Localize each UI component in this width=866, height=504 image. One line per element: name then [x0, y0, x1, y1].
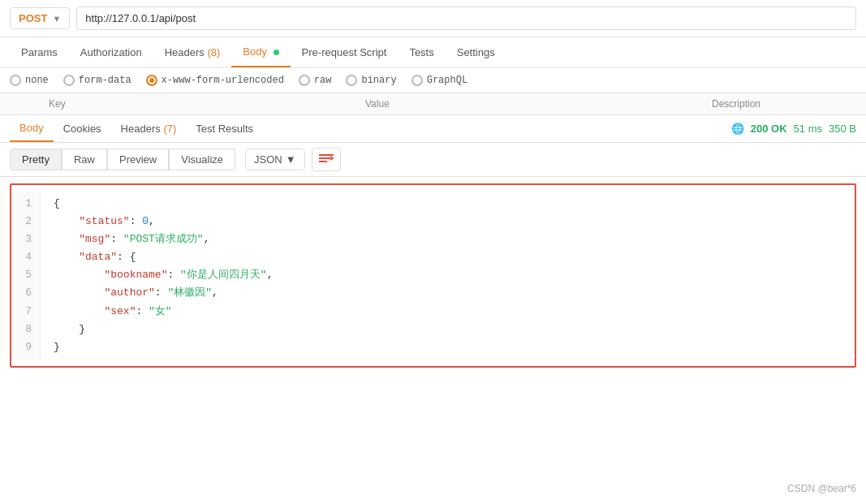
json-line-5: "bookname": "你是人间四月天",	[54, 266, 842, 284]
radio-urlencoded-circle	[146, 75, 157, 86]
json-line-3: "msg": "POST请求成功",	[54, 230, 842, 248]
status-code: 200 OK	[751, 123, 787, 135]
json-viewer: 1 2 3 4 5 6 7 8 9 { "status": 0, "msg": …	[10, 183, 856, 368]
response-tab-test-results[interactable]: Test Results	[186, 116, 263, 141]
json-line-9: }	[54, 338, 842, 356]
request-tabs: Params Authorization Headers (8) Body Pr…	[0, 37, 866, 68]
tab-headers[interactable]: Headers (8)	[153, 38, 232, 67]
tab-params[interactable]: Params	[10, 38, 69, 67]
response-tab-headers[interactable]: Headers (7)	[111, 116, 187, 141]
response-tab-cookies[interactable]: Cookies	[54, 116, 111, 141]
json-line-6: "author": "林徽因",	[54, 284, 842, 302]
url-input[interactable]	[76, 6, 856, 30]
response-tab-body[interactable]: Body	[10, 115, 54, 142]
format-toolbar: Pretty Raw Preview Visualize JSON ▼	[0, 143, 866, 177]
kv-header: Key Value Description	[0, 93, 866, 115]
radio-raw-circle	[299, 75, 310, 86]
json-select-label: JSON	[254, 153, 282, 166]
json-content: { "status": 0, "msg": "POST请求成功", "data"…	[41, 192, 855, 360]
radio-raw[interactable]: raw	[299, 75, 332, 86]
tab-settings[interactable]: Settings	[446, 38, 506, 67]
radio-graphql-circle	[411, 75, 423, 86]
radio-form-data[interactable]: form-data	[63, 75, 131, 86]
format-pretty-btn[interactable]: Pretty	[10, 149, 62, 170]
col-key-label: Key	[0, 98, 357, 110]
globe-icon: 🌐	[731, 123, 744, 135]
format-raw-btn[interactable]: Raw	[62, 149, 107, 170]
radio-none[interactable]: none	[10, 75, 49, 86]
response-headers-badge: (7)	[163, 123, 176, 135]
top-bar: POST ▼	[0, 0, 866, 37]
radio-none-circle	[10, 75, 21, 86]
json-line-1: {	[54, 195, 842, 213]
radio-graphql-label: GraphQL	[427, 75, 467, 86]
tab-prerequest[interactable]: Pre-request Script	[291, 38, 399, 67]
format-preview-btn[interactable]: Preview	[107, 149, 169, 170]
radio-binary-label: binary	[361, 75, 396, 86]
col-desc-label: Description	[704, 98, 866, 110]
response-area: Body Cookies Headers (7) Test Results 🌐 …	[0, 115, 866, 368]
radio-none-label: none	[25, 75, 49, 86]
line-numbers: 1 2 3 4 5 6 7 8 9	[11, 192, 41, 360]
col-value-label: Value	[357, 98, 704, 110]
body-dot-icon	[274, 50, 279, 55]
radio-form-data-label: form-data	[79, 75, 131, 86]
radio-graphql[interactable]: GraphQL	[411, 75, 467, 86]
radio-binary[interactable]: binary	[346, 75, 396, 86]
wrap-button[interactable]	[312, 148, 341, 171]
status-time: 51 ms	[794, 123, 822, 135]
radio-binary-circle	[346, 75, 357, 86]
radio-urlencoded-label: x-www-form-urlencoded	[162, 75, 284, 86]
radio-urlencoded[interactable]: x-www-form-urlencoded	[146, 75, 284, 86]
json-line-7: "sex": "女"	[54, 303, 842, 321]
response-status-area: 🌐 200 OK 51 ms 350 B	[731, 123, 856, 135]
json-line-4: "data": {	[54, 248, 842, 266]
tab-body[interactable]: Body	[231, 37, 290, 67]
response-tabs-bar: Body Cookies Headers (7) Test Results 🌐 …	[0, 115, 866, 143]
tab-tests[interactable]: Tests	[398, 38, 445, 67]
method-chevron-icon: ▼	[52, 14, 61, 24]
radio-form-data-circle	[63, 75, 75, 86]
json-select-chevron-icon: ▼	[286, 153, 296, 166]
radio-raw-label: raw	[314, 75, 332, 86]
json-format-select[interactable]: JSON ▼	[245, 149, 305, 170]
body-type-row: none form-data x-www-form-urlencoded raw…	[0, 68, 866, 93]
wrap-icon	[319, 153, 334, 164]
json-line-8: }	[54, 321, 842, 338]
format-visualize-btn[interactable]: Visualize	[169, 149, 235, 170]
status-size: 350 B	[829, 123, 856, 135]
tab-authorization[interactable]: Authorization	[69, 38, 153, 67]
method-selector[interactable]: POST ▼	[10, 7, 70, 29]
method-label: POST	[19, 12, 47, 24]
headers-badge: (8)	[207, 46, 220, 58]
json-line-2: "status": 0,	[54, 213, 842, 230]
